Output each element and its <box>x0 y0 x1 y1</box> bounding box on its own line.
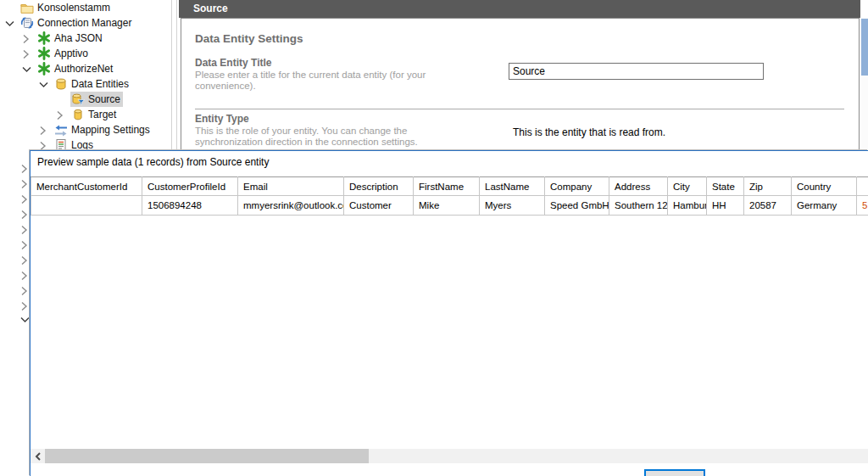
target-icon <box>71 108 85 121</box>
chevron-collapsed-icon[interactable] <box>19 193 30 204</box>
data-entity-title-input[interactable] <box>509 63 764 80</box>
section-heading: Data Entity Settings <box>195 32 303 45</box>
chevron-collapsed-icon[interactable] <box>19 224 30 234</box>
tree-item-content[interactable]: Source <box>70 92 123 107</box>
tree-item-connection-manager[interactable]: Connection Manager <box>0 15 178 31</box>
column-header-merchantcustomerid[interactable]: MerchantCustomerId <box>31 177 142 196</box>
table-row[interactable]: 1506894248mmyersrink@outlook.comCustomer… <box>31 196 868 216</box>
tree-item-data-entities[interactable]: Data Entities <box>0 76 178 92</box>
tree-item-label: Connection Manager <box>37 15 131 31</box>
panel-header: Source <box>179 0 860 18</box>
tree-item-content[interactable]: Apptivo <box>36 46 91 61</box>
scroll-left-button[interactable] <box>31 449 45 463</box>
table-cell: Southern 12 <box>609 196 668 216</box>
chevron-expanded-icon[interactable] <box>21 64 31 74</box>
connection-manager-icon <box>20 16 34 30</box>
connector-icon <box>37 62 51 76</box>
table-cell: Customer <box>344 196 414 216</box>
vertical-scrollbar[interactable] <box>861 18 868 150</box>
column-header-city[interactable]: City <box>668 177 707 196</box>
column-header-customerprofileid[interactable]: CustomerProfileId <box>142 177 238 196</box>
chevron-collapsed-icon[interactable] <box>55 109 65 120</box>
column-header-firstname[interactable]: FirstName <box>414 177 480 196</box>
tree-item-content[interactable]: Mapping Settings <box>53 122 153 137</box>
tree-item-target[interactable]: Target <box>0 107 178 122</box>
column-header-email[interactable]: Email <box>238 177 344 196</box>
table-cell: Germany <box>792 196 857 216</box>
tree-item-content[interactable]: AuthorizeNet <box>36 61 115 76</box>
section-divider <box>195 109 844 109</box>
panel-title: Source <box>193 3 228 14</box>
tree-item-apptivo[interactable]: Apptivo <box>0 46 178 61</box>
tree-item-content[interactable]: Data Entities <box>53 76 131 92</box>
column-header-lastname[interactable]: LastName <box>480 177 545 196</box>
chevron-collapsed-icon[interactable] <box>38 140 48 150</box>
table-header-row: MerchantCustomerIdCustomerProfileIdEmail… <box>31 177 868 196</box>
chevron-expanded-icon[interactable] <box>19 314 30 324</box>
table-cell: Speed GmbH <box>545 196 609 216</box>
connector-icon <box>37 47 51 60</box>
connector-icon <box>37 31 51 45</box>
tree-item-authorizenet[interactable]: AuthorizeNet <box>0 61 178 76</box>
tree-splitter[interactable] <box>171 0 172 150</box>
table-cell: Myers <box>480 196 545 216</box>
source-icon <box>71 92 85 106</box>
field-label-data-entity-title: Data Entity Title <box>195 57 271 69</box>
tree-item-label: Source <box>88 92 120 107</box>
folder-icon <box>20 1 34 14</box>
vertical-scrollbar-thumb[interactable] <box>861 19 868 76</box>
chevron-collapsed-icon[interactable] <box>19 300 30 311</box>
tree-item-mapping-settings[interactable]: Mapping Settings <box>0 122 178 137</box>
tree-item-label: Aha JSON <box>54 31 103 46</box>
chevron-collapsed-icon[interactable] <box>21 33 31 43</box>
column-header-state[interactable]: State <box>707 177 744 196</box>
chevron-collapsed-icon[interactable] <box>19 163 30 173</box>
tree-item-source[interactable]: Source <box>0 92 178 107</box>
tree-item-label: Apptivo <box>54 46 88 61</box>
preview-action-button[interactable] <box>644 469 705 476</box>
tree-item-label: Konsolenstamm <box>37 0 110 15</box>
horizontal-scrollbar-thumb[interactable] <box>45 449 369 463</box>
table-cell-clipped: 5 <box>857 196 868 216</box>
table-cell <box>31 196 142 216</box>
chevron-collapsed-icon[interactable] <box>21 48 31 59</box>
preview-panel: Preview sample data (1 records) from Sou… <box>30 150 868 476</box>
preview-table: MerchantCustomerIdCustomerProfileIdEmail… <box>31 176 868 216</box>
tree-item-label: Target <box>88 107 116 122</box>
table-cell: mmyersrink@outlook.com <box>238 196 344 216</box>
field-desc-data-entity-title: Please enter a title for the current dat… <box>195 70 475 92</box>
column-header-address[interactable]: Address <box>609 177 668 196</box>
column-header-clipped[interactable] <box>857 177 868 196</box>
column-header-zip[interactable]: Zip <box>744 177 792 196</box>
tree-splitter-line <box>176 0 177 150</box>
tree-item-content[interactable]: Connection Manager <box>19 15 134 31</box>
preview-title: Preview sample data (1 records) from Sou… <box>37 156 269 168</box>
horizontal-scrollbar[interactable] <box>31 449 868 463</box>
data-entities-icon <box>54 77 68 91</box>
table-cell: 20587 <box>744 196 792 216</box>
chevron-collapsed-icon[interactable] <box>19 255 30 265</box>
table-cell: Mike <box>414 196 480 216</box>
chevron-expanded-icon[interactable] <box>38 79 48 89</box>
chevron-collapsed-icon[interactable] <box>19 285 30 295</box>
tree-item-aha-json[interactable]: Aha JSON <box>0 31 178 46</box>
chevron-collapsed-icon[interactable] <box>19 239 30 249</box>
tree-item-content[interactable]: Aha JSON <box>36 31 105 46</box>
chevron-collapsed-icon[interactable] <box>19 178 30 188</box>
mapping-icon <box>54 123 68 137</box>
chevron-collapsed-icon[interactable] <box>38 125 48 135</box>
tree-item-content[interactable]: Target <box>70 107 119 122</box>
tree-item-label: Data Entities <box>71 76 129 92</box>
column-header-description[interactable]: Description <box>344 177 414 196</box>
table-cell: 1506894248 <box>142 196 238 216</box>
tree-item-label: AuthorizeNet <box>54 61 113 76</box>
tree-item-label: Mapping Settings <box>71 122 150 137</box>
column-header-country[interactable]: Country <box>792 177 857 196</box>
table-cell: HH <box>707 196 744 216</box>
chevron-collapsed-icon[interactable] <box>19 270 30 280</box>
tree-item-konsolenstamm[interactable]: Konsolenstamm <box>0 0 178 15</box>
tree-item-content[interactable]: Konsolenstamm <box>19 0 113 15</box>
chevron-expanded-icon[interactable] <box>4 18 14 28</box>
column-header-company[interactable]: Company <box>545 177 609 196</box>
chevron-collapsed-icon[interactable] <box>19 209 30 219</box>
